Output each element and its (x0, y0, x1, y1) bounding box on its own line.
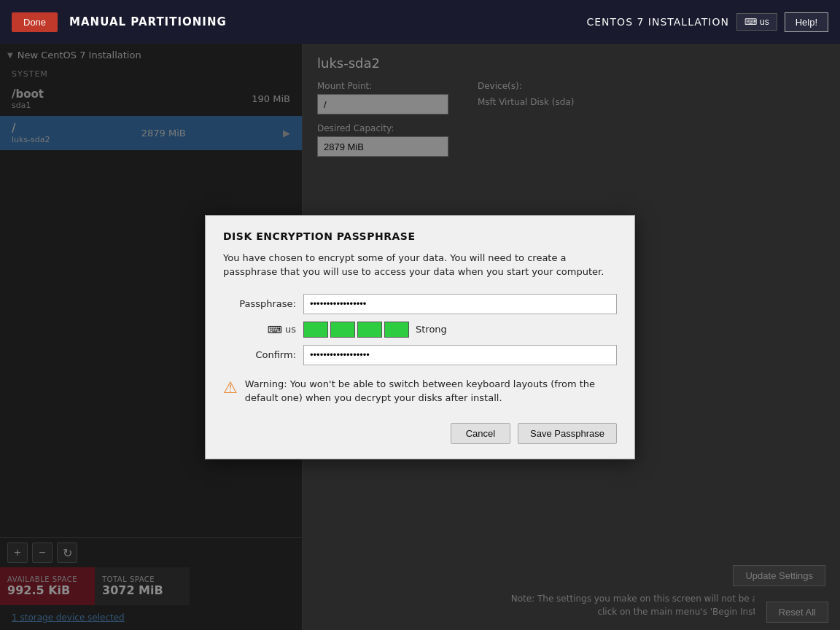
done-button[interactable]: Done (12, 12, 58, 32)
help-button[interactable]: Help! (785, 12, 828, 32)
dialog-footer: Cancel Save Passphrase (223, 423, 617, 444)
dialog-form: Passphrase: ⌨ us Strong Confi (223, 294, 617, 365)
strength-row: ⌨ us Strong (223, 322, 617, 338)
passphrase-label: Passphrase: (223, 298, 296, 309)
keyboard-icon-dialog: ⌨ (268, 324, 282, 335)
strength-label: Strong (416, 324, 447, 335)
keyboard-lang-dialog: us (285, 324, 296, 335)
passphrase-row: Passphrase: (223, 294, 617, 314)
strength-bar-1 (303, 322, 328, 338)
confirm-input[interactable] (303, 345, 617, 365)
keyboard-lang: us (760, 17, 769, 27)
warning-icon: ⚠ (223, 378, 238, 397)
strength-bars: Strong (303, 322, 447, 338)
strength-bar-3 (357, 322, 382, 338)
top-bar: Done MANUAL PARTITIONING CENTOS 7 INSTAL… (0, 0, 840, 44)
top-bar-left: Done MANUAL PARTITIONING (12, 12, 227, 32)
save-passphrase-button[interactable]: Save Passphrase (518, 423, 617, 444)
dialog-title: DISK ENCRYPTION PASSPHRASE (223, 230, 617, 242)
keyboard-button[interactable]: ⌨ us (736, 13, 777, 31)
dialog-overlay: DISK ENCRYPTION PASSPHRASE You have chos… (0, 44, 840, 630)
keyboard-indicator: ⌨ us (223, 324, 296, 335)
strength-bar-4 (384, 322, 409, 338)
confirm-row: Confirm: (223, 345, 617, 365)
install-title: CENTOS 7 INSTALLATION (586, 16, 728, 28)
warning-row: ⚠ Warning: You won't be able to switch b… (223, 377, 617, 405)
warning-text: Warning: You won't be able to switch bet… (245, 377, 617, 405)
strength-bar-2 (330, 322, 355, 338)
passphrase-input[interactable] (303, 294, 617, 314)
disk-encryption-dialog: DISK ENCRYPTION PASSPHRASE You have chos… (205, 215, 635, 459)
app-title: MANUAL PARTITIONING (69, 15, 227, 28)
dialog-body-text: You have chosen to encrypt some of your … (223, 251, 617, 279)
keyboard-icon: ⌨ (744, 17, 757, 27)
top-bar-right: CENTOS 7 INSTALLATION ⌨ us Help! (586, 12, 828, 32)
confirm-label: Confirm: (223, 349, 296, 360)
cancel-button[interactable]: Cancel (451, 423, 510, 444)
